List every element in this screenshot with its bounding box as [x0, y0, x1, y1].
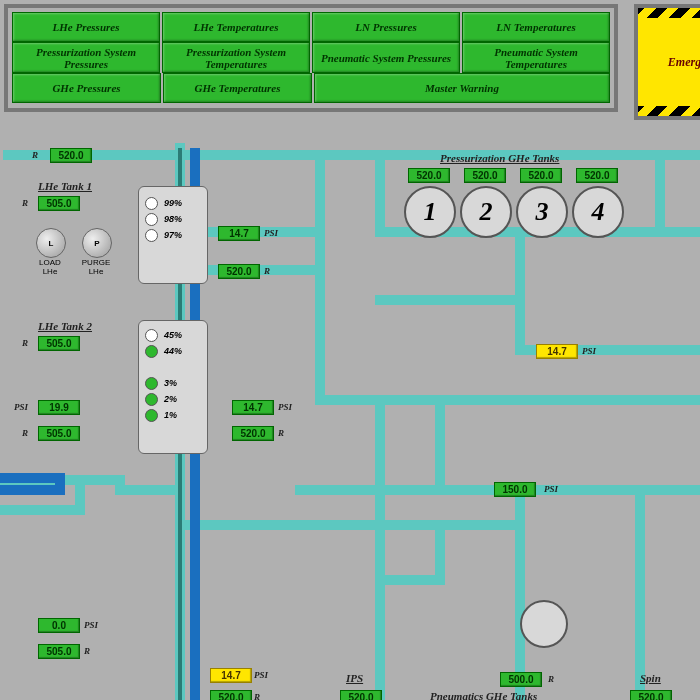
- bl-R: 505.0: [38, 644, 80, 659]
- pneu-val: 500.0: [500, 672, 542, 687]
- bl-psi: 0.0: [38, 618, 80, 633]
- ghe-v4: 520.0: [576, 168, 618, 183]
- spin-val: 520.0: [630, 690, 672, 700]
- nav-pneu-sys-press[interactable]: Pneumatic System Pressures: [312, 42, 460, 72]
- ips-label: IPS: [346, 672, 363, 684]
- lhe2-lev-3: 3%: [145, 375, 201, 391]
- ghe-tank-2: 2: [460, 186, 512, 238]
- nav-lhe-temps[interactable]: LHe Temperatures: [162, 12, 310, 42]
- unit-R: R: [278, 428, 284, 438]
- ghe-tank-3: 3: [516, 186, 568, 238]
- load-button[interactable]: L: [36, 228, 66, 258]
- purge-label: PURGELHe: [81, 258, 111, 276]
- nav-ghe-press[interactable]: GHe Pressures: [12, 73, 161, 103]
- lhe2-psi: 14.7: [232, 400, 274, 415]
- ghe-psi: 14.7: [536, 344, 578, 359]
- unit-R: R: [84, 646, 90, 656]
- purge-button[interactable]: P: [82, 228, 112, 258]
- load-label: LOADLHe: [35, 258, 65, 276]
- pneu-tank: [520, 600, 568, 648]
- emergency-label: Emerg Pu: [668, 55, 700, 70]
- ghe-v2: 520.0: [464, 168, 506, 183]
- nav-press-sys-press[interactable]: Pressurization System Pressures: [12, 42, 160, 72]
- bot-psi: 14.7: [210, 668, 252, 683]
- lhe2-title: LHe Tank 2: [38, 320, 92, 332]
- lhe2-lev-45: 45%: [145, 327, 201, 343]
- ghe-tank-1: 1: [404, 186, 456, 238]
- unit-R: R: [22, 338, 28, 348]
- lhe2-lev-2: 2%: [145, 391, 201, 407]
- nav-lhe-pressures[interactable]: LHe Pressures: [12, 12, 160, 42]
- left-psi: 19.9: [38, 400, 80, 415]
- bot-R: 520.0: [210, 690, 252, 700]
- left-R: 505.0: [38, 426, 80, 441]
- lhe1-lev-97: 97%: [145, 227, 201, 243]
- lhe1-R: 505.0: [38, 196, 80, 211]
- unit-psi: PSI: [544, 484, 558, 494]
- unit-R: R: [548, 674, 554, 684]
- mid-psi: 150.0: [494, 482, 536, 497]
- nav-press-sys-temp[interactable]: Pressurization System Temperatures: [162, 42, 310, 72]
- nav-ghe-temps[interactable]: GHe Temperatures: [163, 73, 312, 103]
- lhe1-lev-98: 98%: [145, 211, 201, 227]
- unit-R: R: [264, 266, 270, 276]
- lhe2-lev-44: 44%: [145, 343, 201, 359]
- nav-ln-pressures[interactable]: LN Pressures: [312, 12, 460, 42]
- ghe-v1: 520.0: [408, 168, 450, 183]
- unit-psi: PSI: [278, 402, 292, 412]
- unit-psi: PSI: [582, 346, 596, 356]
- lhe1-title: LHe Tank 1: [38, 180, 92, 192]
- lhe1-lev-99: 99%: [145, 195, 201, 211]
- nav-master-warning[interactable]: Master Warning: [314, 73, 610, 103]
- lhe2-R: 505.0: [38, 336, 80, 351]
- unit-R: R: [32, 150, 38, 160]
- unit-psi: PSI: [14, 402, 28, 412]
- unit-R: R: [254, 692, 260, 700]
- nav-panel: LHe Pressures LHe Temperatures LN Pressu…: [4, 4, 618, 112]
- lhe1-psi: 14.7: [218, 226, 260, 241]
- spin-label: Spin: [640, 672, 661, 684]
- ghe-title: Pressurization GHe Tanks: [440, 152, 559, 164]
- lhe1-tank: 99% 98% 97%: [138, 186, 208, 284]
- emergency-button[interactable]: Emerg Pu: [634, 4, 700, 120]
- ips-val: 520.0: [340, 690, 382, 700]
- unit-psi: PSI: [264, 228, 278, 238]
- lhe1-temp: 520.0: [218, 264, 260, 279]
- unit-R: R: [22, 198, 28, 208]
- nav-ln-temps[interactable]: LN Temperatures: [462, 12, 610, 42]
- unit-psi: PSI: [84, 620, 98, 630]
- unit-R: R: [22, 428, 28, 438]
- unit-psi: PSI: [254, 670, 268, 680]
- top-temp: 520.0: [50, 148, 92, 163]
- pneu-title: Pneumatics GHe Tanks: [430, 690, 537, 700]
- lhe2-temp: 520.0: [232, 426, 274, 441]
- ghe-v3: 520.0: [520, 168, 562, 183]
- nav-pneu-sys-temp[interactable]: Pneumatic System Temperatures: [462, 42, 610, 72]
- lhe2-tank: 45% 44% 3% 2% 1%: [138, 320, 208, 454]
- lhe2-lev-1: 1%: [145, 407, 201, 423]
- ghe-tank-4: 4: [572, 186, 624, 238]
